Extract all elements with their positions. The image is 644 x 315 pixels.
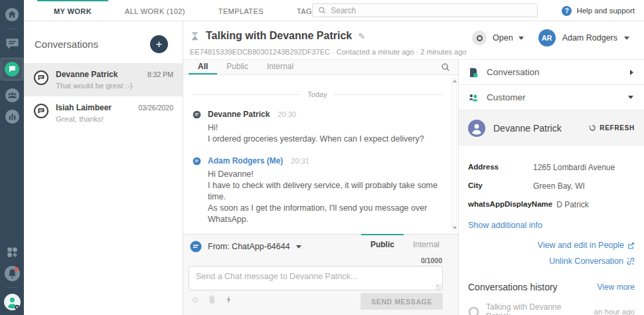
- chevron-right-icon: [630, 70, 633, 75]
- page-title: Talking with Devanne Patrick: [206, 30, 352, 42]
- history-item-title: Talking with Devanne Patrick: [486, 302, 588, 315]
- refresh-button[interactable]: REFRESH: [589, 124, 635, 132]
- external-link-icon: [627, 242, 635, 249]
- scroll-down-icon[interactable]: [453, 227, 457, 229]
- message-input[interactable]: [189, 266, 443, 290]
- conversation-time: 8:32 PM: [147, 70, 173, 78]
- conversation-name: Isiah Laimbeer: [56, 103, 138, 112]
- conversation-list-item[interactable]: Isiah Laimbeer 03/26/2020 Great, thanks!: [24, 96, 183, 130]
- send-message-button[interactable]: SEND MESSAGE: [361, 293, 443, 310]
- conversation-preview: Great, thanks!: [56, 115, 173, 123]
- messages-scrollbar[interactable]: [451, 78, 457, 231]
- notifications-bell-icon[interactable]: [0, 262, 24, 284]
- customer-section-toggle[interactable]: Customer: [459, 85, 644, 110]
- message: Adam Rodgers (Me) 20:31 Hi Devanne! I ha…: [193, 156, 442, 225]
- channel-chat-icon: [190, 241, 202, 253]
- scroll-up-icon[interactable]: [453, 80, 457, 82]
- field-label: whatsAppDisplayName: [468, 200, 556, 209]
- apps-grid-icon[interactable]: [0, 241, 24, 262]
- field-label: City: [468, 181, 533, 191]
- chat-panel: All Public Internal Today Devanne Patric…: [183, 59, 458, 315]
- conversations-title: Conversations: [35, 39, 98, 50]
- quick-reply-lightning-icon[interactable]: [225, 295, 232, 304]
- channel-caret-icon: [296, 245, 301, 249]
- field-row: City Green Bay, WI: [468, 181, 635, 191]
- search-input[interactable]: [331, 6, 532, 15]
- conversation-section-label: Conversation: [487, 67, 622, 77]
- composer-tab-public[interactable]: Public: [361, 234, 404, 249]
- feed-icon[interactable]: [0, 33, 24, 54]
- conversation-section-toggle[interactable]: Conversation: [459, 60, 644, 85]
- history-item-time: an hour ago: [594, 308, 635, 315]
- top-bar: MY WORK ALL WORK (102) TEMPLATES TAGS ? …: [24, 0, 644, 21]
- conversation-list-item[interactable]: Devanne Patrick 8:32 PM That would be gr…: [24, 63, 183, 96]
- conversation-time: 03/26/2020: [138, 104, 173, 112]
- customer-avatar: [468, 120, 485, 137]
- attachment-paperclip-icon[interactable]: [208, 294, 216, 304]
- tab-my-work[interactable]: MY WORK: [37, 0, 108, 21]
- conversations-panel: Conversations + Devanne Patrick 8:32 PM …: [24, 21, 183, 315]
- status-label: Open: [493, 33, 513, 43]
- assignee-name: Adam Rodgers: [562, 33, 617, 43]
- view-more-link[interactable]: View more: [598, 282, 635, 292]
- help-label: Help and support: [576, 7, 635, 15]
- message-composer: From: ChatApp-64644 Public Internal 0/10…: [183, 234, 458, 315]
- home-icon[interactable]: [0, 4, 24, 25]
- customer-fields: Address 1265 Lombardi Avenue City Green …: [459, 146, 644, 209]
- people-icon[interactable]: [0, 84, 24, 106]
- show-additional-info-link[interactable]: Show additional info: [468, 221, 542, 230]
- resize-handle[interactable]: [436, 284, 442, 290]
- reports-icon[interactable]: [0, 106, 24, 127]
- composer-tab-internal[interactable]: Internal: [404, 234, 449, 249]
- message-line: I have to check with delivery service, i…: [208, 180, 442, 203]
- assignee-dropdown-caret-icon[interactable]: [624, 37, 629, 40]
- unlink-icon: [627, 257, 635, 265]
- unlink-label: Unlink Conversation: [549, 257, 623, 266]
- app-window: MY WORK ALL WORK (102) TEMPLATES TAGS ? …: [0, 0, 644, 315]
- tab-all[interactable]: All: [189, 60, 217, 74]
- chat-header: Talking with Devanne Patrick ✎ EE7481533…: [183, 21, 644, 59]
- rail-divider: [6, 287, 18, 288]
- field-value: D Patrick: [556, 200, 589, 209]
- message-author: Adam Rodgers (Me): [208, 156, 283, 165]
- customer-section-label: Customer: [487, 92, 620, 102]
- chat-green-icon: [4, 61, 20, 77]
- tab-public[interactable]: Public: [217, 60, 258, 74]
- history-item[interactable]: Talking with Devanne Patrick an hour ago: [468, 302, 635, 315]
- edit-title-icon[interactable]: ✎: [358, 31, 365, 41]
- profile-avatar-icon[interactable]: [0, 291, 24, 312]
- help-and-support[interactable]: ? Help and support: [562, 0, 635, 21]
- field-row: Address 1265 Lombardi Avenue: [468, 163, 635, 172]
- tab-internal[interactable]: Internal: [258, 60, 303, 74]
- message-line: As soon as I get the information, I'll s…: [208, 203, 442, 225]
- field-value: Green Bay, WI: [533, 181, 585, 191]
- customer-people-icon: [468, 92, 479, 103]
- view-edit-in-people-link[interactable]: View and edit in People: [538, 241, 635, 250]
- conversation-preview: That would be great :-): [56, 82, 173, 90]
- conversations-active-tile[interactable]: [1, 58, 23, 80]
- new-conversation-button[interactable]: +: [150, 35, 168, 53]
- status-dropdown-caret-icon[interactable]: [519, 37, 524, 40]
- view-edit-label: View and edit in People: [538, 241, 624, 250]
- conversation-avatar-icon: [33, 103, 49, 119]
- composer-visibility-tabs: Public Internal: [361, 234, 449, 249]
- emoji-icon[interactable]: ☺: [191, 294, 199, 304]
- from-channel-dropdown[interactable]: From: ChatApp-64644: [190, 241, 301, 253]
- message-line: I ordered groceries yesterday. When can …: [208, 134, 442, 145]
- conversations-history-title: Conversations history: [468, 282, 558, 292]
- tab-all-work[interactable]: ALL WORK (102): [108, 0, 202, 21]
- message-line: Hi!: [208, 122, 442, 134]
- details-panel: Conversation Customer Devanne Patrick RE…: [458, 59, 644, 315]
- message: Devanne Patrick 20:30 Hi! I ordered groc…: [193, 110, 442, 145]
- conversation-name: Devanne Patrick: [56, 70, 147, 79]
- search-messages-icon[interactable]: [441, 62, 450, 74]
- customer-name: Devanne Patrick: [493, 123, 581, 134]
- assignee-avatar: AR: [538, 29, 556, 47]
- rail-divider: [6, 29, 18, 29]
- tab-templates[interactable]: TEMPLATES: [202, 0, 280, 21]
- refresh-icon: [589, 124, 596, 132]
- unlink-conversation-link[interactable]: Unlink Conversation: [549, 257, 635, 266]
- help-icon: ?: [562, 6, 572, 16]
- message-time: 20:31: [291, 157, 309, 165]
- message-avatar-icon: [193, 157, 201, 165]
